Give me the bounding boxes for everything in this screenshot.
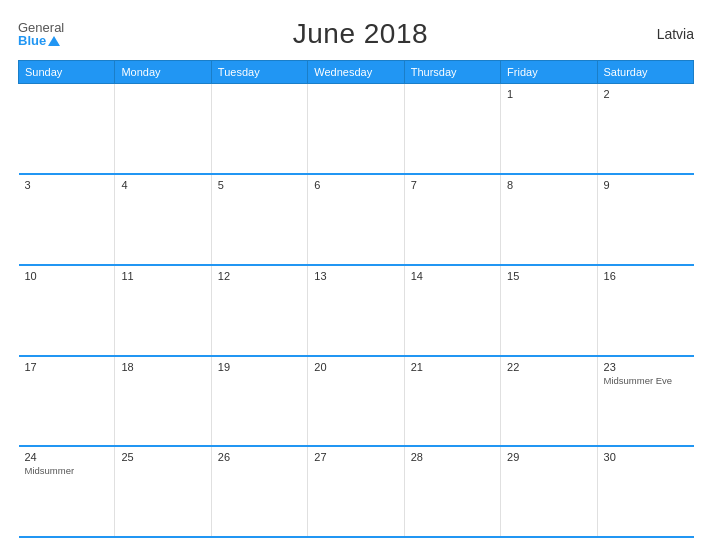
- weekday-header-friday: Friday: [501, 61, 597, 84]
- day-number: 20: [314, 361, 397, 373]
- day-number: 14: [411, 270, 494, 282]
- calendar-cell: 10: [19, 265, 115, 356]
- day-number: 21: [411, 361, 494, 373]
- calendar-cell: 16: [597, 265, 693, 356]
- calendar-header-row: SundayMondayTuesdayWednesdayThursdayFrid…: [19, 61, 694, 84]
- day-number: 8: [507, 179, 590, 191]
- calendar-week-row: 10111213141516: [19, 265, 694, 356]
- logo: General Blue: [18, 21, 64, 47]
- calendar-cell: [404, 84, 500, 175]
- weekday-header-monday: Monday: [115, 61, 211, 84]
- day-number: 27: [314, 451, 397, 463]
- month-title: June 2018: [293, 18, 428, 50]
- day-number: 4: [121, 179, 204, 191]
- calendar-cell: 28: [404, 446, 500, 537]
- calendar-table: SundayMondayTuesdayWednesdayThursdayFrid…: [18, 60, 694, 538]
- calendar-cell: [19, 84, 115, 175]
- calendar-week-row: 17181920212223Midsummer Eve: [19, 356, 694, 447]
- calendar-cell: 25: [115, 446, 211, 537]
- calendar-cell: 29: [501, 446, 597, 537]
- calendar-cell: [308, 84, 404, 175]
- weekday-header-wednesday: Wednesday: [308, 61, 404, 84]
- day-number: 17: [25, 361, 109, 373]
- calendar-cell: 2: [597, 84, 693, 175]
- calendar-cell: 20: [308, 356, 404, 447]
- calendar-cell: 18: [115, 356, 211, 447]
- day-number: 9: [604, 179, 688, 191]
- weekday-header-sunday: Sunday: [19, 61, 115, 84]
- calendar-cell: 12: [211, 265, 307, 356]
- day-number: 26: [218, 451, 301, 463]
- calendar-cell: 4: [115, 174, 211, 265]
- day-number: 18: [121, 361, 204, 373]
- day-number: 12: [218, 270, 301, 282]
- weekday-header-tuesday: Tuesday: [211, 61, 307, 84]
- calendar-cell: 13: [308, 265, 404, 356]
- calendar-cell: 26: [211, 446, 307, 537]
- day-number: 2: [604, 88, 688, 100]
- calendar-week-row: 3456789: [19, 174, 694, 265]
- calendar-cell: 14: [404, 265, 500, 356]
- calendar-cell: 27: [308, 446, 404, 537]
- day-number: 24: [25, 451, 109, 463]
- calendar-cell: 19: [211, 356, 307, 447]
- calendar-cell: 7: [404, 174, 500, 265]
- calendar-cell: 11: [115, 265, 211, 356]
- day-number: 7: [411, 179, 494, 191]
- day-number: 25: [121, 451, 204, 463]
- day-number: 10: [25, 270, 109, 282]
- day-number: 6: [314, 179, 397, 191]
- day-number: 16: [604, 270, 688, 282]
- calendar-cell: [211, 84, 307, 175]
- country-label: Latvia: [657, 26, 694, 42]
- logo-blue-text: Blue: [18, 34, 46, 47]
- calendar-cell: 23Midsummer Eve: [597, 356, 693, 447]
- calendar-cell: 21: [404, 356, 500, 447]
- day-number: 5: [218, 179, 301, 191]
- day-number: 13: [314, 270, 397, 282]
- calendar-cell: 1: [501, 84, 597, 175]
- day-number: 29: [507, 451, 590, 463]
- calendar-cell: 15: [501, 265, 597, 356]
- calendar-cell: 8: [501, 174, 597, 265]
- logo-triangle-icon: [48, 36, 60, 46]
- calendar-cell: 22: [501, 356, 597, 447]
- calendar-cell: 5: [211, 174, 307, 265]
- calendar-cell: 9: [597, 174, 693, 265]
- calendar-cell: 6: [308, 174, 404, 265]
- day-number: 19: [218, 361, 301, 373]
- day-number: 28: [411, 451, 494, 463]
- day-number: 22: [507, 361, 590, 373]
- weekday-header-thursday: Thursday: [404, 61, 500, 84]
- day-number: 1: [507, 88, 590, 100]
- day-number: 11: [121, 270, 204, 282]
- calendar-header: General Blue June 2018 Latvia: [18, 18, 694, 50]
- day-number: 23: [604, 361, 688, 373]
- calendar-cell: 17: [19, 356, 115, 447]
- event-label: Midsummer Eve: [604, 375, 688, 386]
- calendar-cell: 24Midsummer: [19, 446, 115, 537]
- calendar-week-row: 12: [19, 84, 694, 175]
- calendar-cell: [115, 84, 211, 175]
- weekday-header-saturday: Saturday: [597, 61, 693, 84]
- day-number: 30: [604, 451, 688, 463]
- calendar-cell: 3: [19, 174, 115, 265]
- event-label: Midsummer: [25, 465, 109, 476]
- day-number: 3: [25, 179, 109, 191]
- calendar-cell: 30: [597, 446, 693, 537]
- day-number: 15: [507, 270, 590, 282]
- calendar-week-row: 24Midsummer252627282930: [19, 446, 694, 537]
